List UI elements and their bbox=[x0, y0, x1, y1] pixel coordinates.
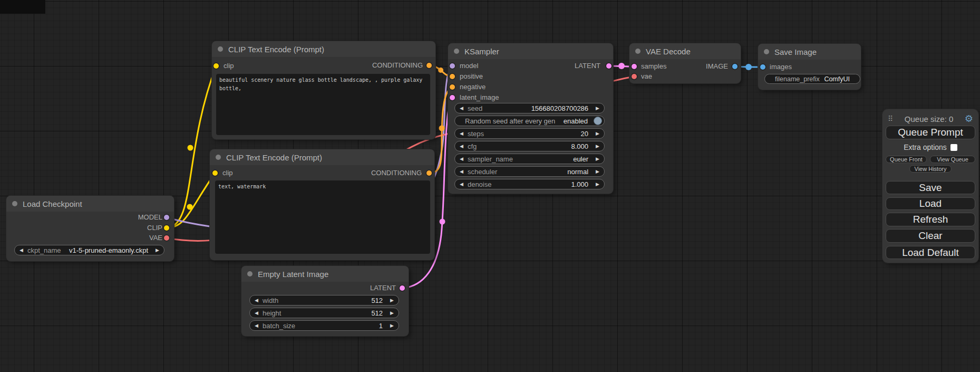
input-slot-negative: negative bbox=[460, 83, 486, 91]
widget-label: width bbox=[263, 297, 278, 304]
input-dot-latent-image[interactable] bbox=[450, 95, 455, 100]
arrow-left-icon[interactable]: ◀ bbox=[460, 182, 463, 187]
node-title-bar[interactable]: CLIP Text Encode (Prompt) bbox=[212, 41, 435, 57]
arrow-right-icon[interactable]: ▶ bbox=[596, 106, 599, 111]
load-button[interactable]: Load bbox=[886, 197, 975, 210]
widget-value: 512 bbox=[371, 309, 390, 317]
collapse-dot-icon[interactable] bbox=[218, 46, 223, 52]
widget-steps[interactable]: ◀ steps 20 ▶ bbox=[454, 128, 605, 139]
clear-button[interactable]: Clear bbox=[886, 229, 975, 243]
widget-denoise[interactable]: ◀ denoise 1.000 ▶ bbox=[454, 179, 605, 189]
input-dot-vae[interactable] bbox=[632, 74, 637, 79]
arrow-left-icon[interactable]: ◀ bbox=[255, 298, 258, 303]
node-title-bar[interactable]: Save Image bbox=[758, 44, 861, 60]
node-ksampler[interactable]: KSampler model positive negative latent_… bbox=[448, 43, 613, 194]
arrow-right-icon[interactable]: ▶ bbox=[596, 157, 599, 161]
node-title-bar[interactable]: KSampler bbox=[448, 43, 613, 59]
output-dot-image[interactable] bbox=[732, 64, 738, 69]
widget-label: Random seed after every gen bbox=[465, 117, 555, 125]
output-dot-conditioning[interactable] bbox=[426, 170, 432, 176]
output-dot-model[interactable] bbox=[164, 215, 169, 220]
widget-batch-size[interactable]: ◀ batch_size 1 ▶ bbox=[249, 320, 399, 331]
node-clip-text-encode-positive[interactable]: CLIP Text Encode (Prompt) clip CONDITION… bbox=[212, 41, 435, 139]
queue-front-button[interactable]: Queue Front bbox=[886, 156, 927, 163]
collapse-dot-icon[interactable] bbox=[216, 155, 221, 160]
arrow-right-icon[interactable]: ▶ bbox=[156, 248, 159, 253]
save-button[interactable]: Save bbox=[886, 181, 975, 194]
arrow-left-icon[interactable]: ◀ bbox=[460, 131, 463, 136]
widget-value: 1 bbox=[379, 322, 390, 330]
arrow-left-icon[interactable]: ◀ bbox=[255, 311, 258, 316]
collapse-dot-icon[interactable] bbox=[635, 49, 641, 54]
arrow-right-icon[interactable]: ▶ bbox=[596, 144, 599, 149]
widget-sampler-name[interactable]: ◀ sampler_name euler ▶ bbox=[454, 154, 605, 164]
node-graph-canvas[interactable]: Load Checkpoint MODEL CLIP VAE ◀ ckpt_na… bbox=[0, 0, 980, 372]
output-dot-conditioning[interactable] bbox=[426, 63, 432, 68]
arrow-right-icon[interactable]: ▶ bbox=[596, 169, 599, 174]
input-slot-positive: positive bbox=[460, 72, 483, 81]
output-dot-latent[interactable] bbox=[606, 63, 612, 69]
arrow-left-icon[interactable]: ◀ bbox=[255, 323, 258, 328]
widget-cfg[interactable]: ◀ cfg 8.000 ▶ bbox=[454, 141, 605, 151]
output-slot-model: MODEL bbox=[138, 213, 162, 222]
node-title-bar[interactable]: Empty Latent Image bbox=[241, 266, 409, 282]
prompt-textarea[interactable]: beautiful scenery nature glass bottle la… bbox=[216, 74, 430, 135]
arrow-right-icon[interactable]: ▶ bbox=[390, 323, 394, 328]
input-dot-negative[interactable] bbox=[450, 84, 455, 90]
output-dot-latent[interactable] bbox=[400, 285, 405, 291]
widget-ckpt-name[interactable]: ◀ ckpt_name v1-5-pruned-emaonly.ckpt ▶ bbox=[14, 245, 164, 255]
arrow-right-icon[interactable]: ▶ bbox=[390, 311, 394, 316]
arrow-right-icon[interactable]: ▶ bbox=[596, 182, 599, 187]
widget-value: ComfyUI bbox=[824, 75, 855, 83]
arrow-left-icon[interactable]: ◀ bbox=[20, 248, 23, 253]
widget-scheduler[interactable]: ◀ scheduler normal ▶ bbox=[454, 166, 605, 177]
arrow-left-icon[interactable]: ◀ bbox=[460, 106, 463, 111]
arrow-left-icon[interactable]: ◀ bbox=[460, 169, 463, 174]
view-history-button[interactable]: View History bbox=[909, 165, 952, 173]
extra-options-checkbox[interactable] bbox=[950, 144, 957, 151]
input-dot-clip[interactable] bbox=[214, 63, 219, 69]
widget-height[interactable]: ◀ height 512 ▶ bbox=[249, 308, 399, 318]
widget-random-seed-toggle[interactable]: Random seed after every gen enabled bbox=[454, 116, 605, 126]
arrow-right-icon[interactable]: ▶ bbox=[596, 131, 599, 136]
node-title-bar[interactable]: Load Checkpoint bbox=[6, 196, 174, 212]
load-default-button[interactable]: Load Default bbox=[886, 246, 975, 259]
queue-prompt-button[interactable]: Queue Prompt bbox=[886, 126, 975, 139]
collapse-dot-icon[interactable] bbox=[247, 271, 253, 276]
output-slot-vae: VAE bbox=[149, 234, 162, 242]
drag-handle-icon[interactable]: ⠿ bbox=[888, 115, 893, 123]
node-title-bar[interactable]: CLIP Text Encode (Prompt) bbox=[210, 149, 434, 165]
link-dot bbox=[188, 145, 193, 151]
queue-panel[interactable]: ⠿ Queue size: 0 ⚙ Queue Prompt Extra opt… bbox=[882, 109, 978, 263]
node-title-bar[interactable]: VAE Decode bbox=[629, 43, 741, 59]
gear-icon[interactable]: ⚙ bbox=[965, 114, 973, 123]
input-slot-images: images bbox=[770, 63, 792, 71]
input-dot-samples[interactable] bbox=[632, 64, 637, 69]
collapse-dot-icon[interactable] bbox=[12, 201, 17, 206]
node-clip-text-encode-negative[interactable]: CLIP Text Encode (Prompt) clip CONDITION… bbox=[210, 149, 434, 260]
toggle-circle[interactable] bbox=[594, 117, 602, 125]
arrow-right-icon[interactable]: ▶ bbox=[390, 298, 394, 303]
input-dot-positive[interactable] bbox=[450, 74, 455, 79]
widget-filename-prefix[interactable]: filename_prefix ComfyUI bbox=[764, 74, 860, 84]
node-empty-latent-image[interactable]: Empty Latent Image LATENT ◀ width 512 ▶ … bbox=[241, 266, 409, 336]
input-dot-model[interactable] bbox=[450, 63, 455, 69]
arrow-left-icon[interactable]: ◀ bbox=[460, 157, 463, 161]
arrow-left-icon[interactable]: ◀ bbox=[460, 144, 463, 149]
node-load-checkpoint[interactable]: Load Checkpoint MODEL CLIP VAE ◀ ckpt_na… bbox=[6, 196, 174, 261]
node-save-image[interactable]: Save Image images filename_prefix ComfyU… bbox=[758, 44, 861, 90]
widget-value: 512 bbox=[371, 297, 390, 304]
collapse-dot-icon[interactable] bbox=[454, 49, 459, 54]
widget-width[interactable]: ◀ width 512 ▶ bbox=[249, 295, 399, 306]
view-queue-button[interactable]: View Queue bbox=[930, 156, 975, 163]
widget-value: 20 bbox=[581, 130, 596, 138]
refresh-button[interactable]: Refresh bbox=[886, 213, 975, 226]
collapse-dot-icon[interactable] bbox=[764, 49, 769, 54]
input-dot-clip[interactable] bbox=[212, 170, 218, 176]
output-dot-vae[interactable] bbox=[164, 235, 169, 241]
output-dot-clip[interactable] bbox=[164, 225, 169, 231]
node-vae-decode[interactable]: VAE Decode samples vae IMAGE bbox=[629, 43, 741, 83]
prompt-textarea[interactable]: text, watermark bbox=[215, 180, 430, 254]
input-dot-images[interactable] bbox=[760, 64, 765, 70]
widget-seed[interactable]: ◀ seed 156680208700286 ▶ bbox=[454, 103, 605, 113]
